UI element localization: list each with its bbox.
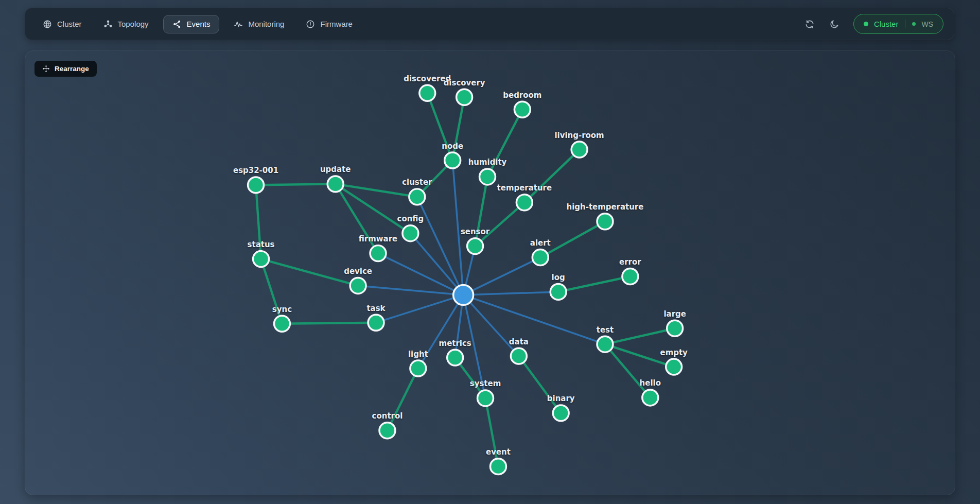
graph-node-label-log: log xyxy=(552,273,565,282)
shield-alert-icon xyxy=(306,20,315,29)
graph-edge-data-binary xyxy=(519,356,561,413)
graph-node-label-living-room: living-room xyxy=(555,131,604,140)
tab-cluster[interactable]: Cluster xyxy=(36,15,89,33)
rearrange-button[interactable]: Rearrange xyxy=(34,61,97,77)
graph-node-esp32-001[interactable] xyxy=(248,177,264,193)
graph-node-label-hello: hello xyxy=(640,378,661,388)
graph-hub-node[interactable] xyxy=(453,285,474,305)
tab-label: Topology xyxy=(118,20,149,28)
graph-node-label-test: test xyxy=(597,325,614,335)
graph-node-label-device: device xyxy=(344,267,372,276)
tab-events[interactable]: Events xyxy=(163,15,220,33)
graph-node-sync[interactable] xyxy=(274,316,290,332)
tab-label: Cluster xyxy=(57,20,82,28)
nav-right-controls: Cluster WS xyxy=(804,14,943,34)
graph-edge-test-large xyxy=(605,328,675,344)
ws-status-dot xyxy=(912,22,916,26)
tab-monitoring[interactable]: Monitoring xyxy=(226,15,291,33)
graph-node-label-high-temperature: high-temperature xyxy=(567,202,644,212)
graph-node-label-temperature: temperature xyxy=(497,183,552,193)
graph-node-label-error: error xyxy=(619,257,641,267)
share-nodes-icon xyxy=(172,20,182,29)
graph-node-config[interactable] xyxy=(402,225,418,241)
ws-status-label: WS xyxy=(921,20,933,28)
graph-node-firmware[interactable] xyxy=(370,246,386,262)
graph-node-label-update: update xyxy=(320,165,351,174)
graph-node-status[interactable] xyxy=(253,251,269,267)
graph-node-metrics[interactable] xyxy=(447,350,463,366)
tab-topology[interactable]: Topology xyxy=(96,15,156,33)
topic-graph-canvas[interactable]: discovereddiscoverybedroomliving-roomnod… xyxy=(25,51,955,495)
cluster-status-label: Cluster xyxy=(874,20,899,28)
graph-edge-living-room-temperature xyxy=(524,150,580,203)
graph-edge-hub-alert xyxy=(463,257,540,295)
graph-node-data[interactable] xyxy=(511,348,527,364)
graph-node-label-binary: binary xyxy=(547,394,575,403)
graph-node-temperature[interactable] xyxy=(516,195,532,211)
graph-node-event[interactable] xyxy=(490,459,506,475)
graph-node-error[interactable] xyxy=(622,269,638,285)
graph-node-control[interactable] xyxy=(379,423,395,439)
graph-node-label-esp32-001: esp32-001 xyxy=(233,166,278,175)
graph-edge-log-error xyxy=(558,276,631,292)
tab-label: Monitoring xyxy=(248,20,284,28)
graph-node-high-temperature[interactable] xyxy=(597,214,613,230)
graph-node-update[interactable] xyxy=(327,176,343,192)
graph-node-discovered[interactable] xyxy=(419,85,435,101)
dark-mode-moon-icon[interactable] xyxy=(829,19,840,30)
graph-edge-discovery-node xyxy=(452,97,464,161)
graph-node-label-data: data xyxy=(509,337,529,346)
badge-divider xyxy=(905,20,905,28)
graph-node-device[interactable] xyxy=(350,277,366,293)
graph-node-node[interactable] xyxy=(445,152,461,168)
graph-node-living-room[interactable] xyxy=(571,142,587,158)
graph-node-label-bedroom: bedroom xyxy=(503,91,541,100)
graph-node-label-status: status xyxy=(248,240,275,249)
graph-edge-sync-task xyxy=(282,323,376,324)
graph-edge-update-config xyxy=(336,184,411,233)
globe-icon xyxy=(43,20,52,29)
graph-node-cluster[interactable] xyxy=(409,189,425,205)
graph-node-label-config: config xyxy=(397,214,424,223)
graph-node-log[interactable] xyxy=(550,284,566,300)
graph-node-alert[interactable] xyxy=(532,250,548,266)
graph-node-large[interactable] xyxy=(667,320,683,336)
graph-node-system[interactable] xyxy=(478,390,494,406)
nodes-icon xyxy=(103,20,113,29)
rearrange-label: Rearrange xyxy=(55,65,89,73)
graph-node-bedroom[interactable] xyxy=(514,101,530,117)
graph-edge-hub-config xyxy=(410,233,463,295)
graph-node-label-event: event xyxy=(486,447,511,457)
graph-edge-status-sync xyxy=(261,259,282,324)
graph-node-sensor[interactable] xyxy=(467,238,483,254)
cluster-status-dot xyxy=(864,22,868,26)
tab-firmware[interactable]: Firmware xyxy=(299,15,360,33)
graph-node-label-metrics: metrics xyxy=(439,339,471,348)
graph-edge-esp32-001-update xyxy=(256,184,336,185)
graph-node-label-humidity: humidity xyxy=(468,158,507,167)
tab-label: Firmware xyxy=(320,20,353,28)
graph-edge-hub-log xyxy=(463,292,558,295)
graph-node-humidity[interactable] xyxy=(480,169,496,185)
graph-node-label-alert: alert xyxy=(530,238,551,248)
graph-node-label-task: task xyxy=(366,304,386,313)
graph-node-label-system: system xyxy=(470,379,501,388)
refresh-icon[interactable] xyxy=(804,19,815,30)
graph-node-label-sync: sync xyxy=(272,305,292,314)
graph-node-label-large: large xyxy=(663,309,686,319)
graph-node-hello[interactable] xyxy=(642,390,658,406)
graph-node-label-light: light xyxy=(408,350,428,359)
connection-status-badge[interactable]: Cluster WS xyxy=(853,14,943,34)
nav-tabs: Cluster Topology Events xyxy=(36,15,360,33)
tab-label: Events xyxy=(187,20,211,28)
graph-node-light[interactable] xyxy=(410,360,426,376)
graph-node-label-cluster: cluster xyxy=(402,178,432,187)
graph-node-discovery[interactable] xyxy=(457,89,472,105)
events-graph-panel: Rearrange discovereddiscoverybedroomlivi… xyxy=(25,50,955,495)
graph-node-test[interactable] xyxy=(597,336,613,352)
graph-node-empty[interactable] xyxy=(666,359,682,375)
graph-edge-hub-task xyxy=(376,295,464,323)
graph-node-binary[interactable] xyxy=(553,405,569,421)
graph-node-label-discovery: discovery xyxy=(444,78,485,88)
graph-node-task[interactable] xyxy=(368,315,384,331)
